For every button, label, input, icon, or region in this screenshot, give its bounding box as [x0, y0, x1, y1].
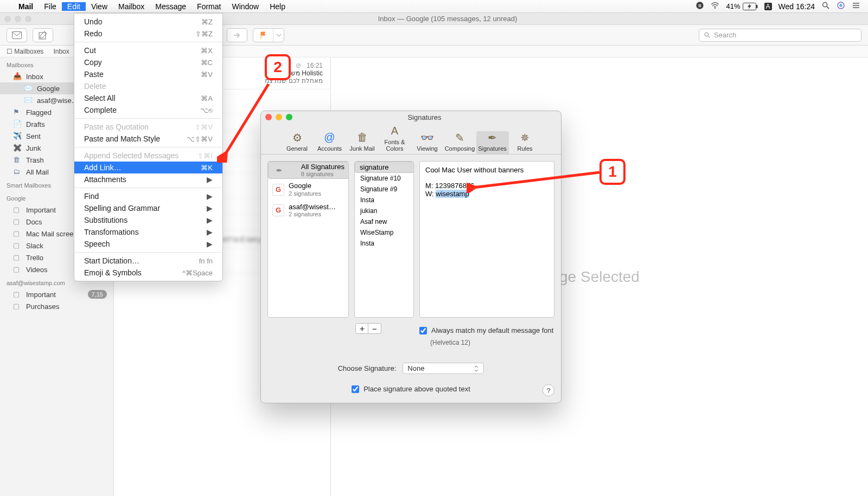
pref-tab-signatures[interactable]: ✒︎Signatures	[476, 131, 509, 154]
menu-item-label: Delete	[84, 82, 106, 91]
menu-mailbox[interactable]: Mailbox	[113, 2, 150, 11]
flag-dropdown[interactable]	[273, 29, 284, 42]
choose-signature-select[interactable]: None	[403, 363, 484, 374]
svg-rect-4	[756, 5, 758, 8]
menu-message[interactable]: Message	[150, 2, 192, 11]
sig-list-item[interactable]: signature	[355, 162, 414, 173]
menu-item-find[interactable]: Find▶	[74, 190, 222, 202]
sig-editor[interactable]: Cool Mac User without banners M: 1239876…	[419, 161, 554, 318]
sidebar-item-purchases[interactable]: ▢Purchases	[0, 300, 113, 312]
compose-button[interactable]	[7, 29, 27, 42]
help-button[interactable]: ?	[542, 384, 554, 396]
sig-account-item[interactable]: ✒︎All Signatures8 signatures	[268, 162, 349, 179]
sidebar-item-important[interactable]: ▢Important7,15	[0, 288, 113, 300]
sig-place-above-label: Place signature above quoted text	[363, 385, 470, 393]
menu-item-substitutions[interactable]: Substitutions▶	[74, 214, 222, 226]
sig-editor-line2[interactable]: M: 1239876876	[425, 182, 548, 190]
pref-tab-accounts[interactable]: @Accounts	[314, 131, 346, 154]
sig-zoom-button[interactable]	[286, 114, 292, 120]
menu-item-append-selected-messages: Append Selected Messages⇧⌘I	[74, 150, 222, 162]
minimize-button[interactable]	[15, 16, 21, 22]
notification-center-icon[interactable]	[852, 1, 860, 11]
menu-item-emoji-symbols[interactable]: Emoji & Symbols^⌘Space	[74, 267, 222, 279]
sig-editor-link-text[interactable]: wisestamp	[436, 190, 469, 198]
account-count: 2 signatures	[289, 211, 336, 217]
sig-minimize-button[interactable]	[276, 114, 282, 120]
menu-item-add-link-[interactable]: Add Link…⌘K	[74, 162, 222, 173]
sig-window-title: Signatures	[407, 113, 441, 121]
annotation-callout-2: 2	[265, 54, 291, 80]
sig-accounts-list[interactable]: ✒︎All Signatures8 signaturesGGoogle2 sig…	[267, 161, 349, 318]
close-button[interactable]	[4, 16, 11, 22]
sig-account-item[interactable]: GGoogle2 signatures	[268, 179, 348, 199]
sig-match-font-checkbox[interactable]	[419, 327, 427, 334]
pref-tab-composing[interactable]: ✎Composing	[444, 131, 476, 154]
menu-item-label: Spelling and Grammar	[84, 204, 160, 212]
wifi-icon[interactable]	[711, 1, 719, 11]
zoom-button[interactable]	[25, 16, 31, 22]
menu-file[interactable]: File	[39, 2, 62, 11]
menu-item-cut[interactable]: Cut⌘X	[74, 44, 222, 56]
menu-help[interactable]: Help	[264, 2, 291, 11]
menu-item-spelling-and-grammar[interactable]: Spelling and Grammar▶	[74, 202, 222, 214]
menu-view[interactable]: View	[86, 2, 113, 11]
app-name[interactable]: Mail	[13, 2, 39, 11]
sig-list-item[interactable]: Insta	[355, 195, 413, 205]
skype-icon[interactable]: S	[695, 1, 704, 11]
menu-item-paste-and-match-style[interactable]: Paste and Match Style⌥⇧⌘V	[74, 133, 222, 145]
pref-tab-general[interactable]: ⚙︎General	[281, 131, 314, 154]
menu-item-copy[interactable]: Copy⌘C	[74, 56, 222, 68]
sig-list-item[interactable]: jukian	[355, 205, 413, 216]
sig-editor-line3[interactable]: W: wisestamp	[425, 190, 548, 198]
fav-inbox[interactable]: Inbox	[53, 48, 69, 55]
menu-item-speech[interactable]: Speech▶	[74, 238, 222, 250]
menu-window[interactable]: Window	[226, 2, 264, 11]
menu-format[interactable]: Format	[192, 2, 226, 11]
sig-list-item[interactable]: Insta	[355, 238, 413, 249]
pref-tab-viewing[interactable]: 👓Viewing	[411, 131, 444, 154]
battery-status[interactable]: 41%	[726, 2, 757, 10]
pref-tab-rules[interactable]: ✵Rules	[509, 131, 541, 154]
fav-mailboxes[interactable]: ☐ Mailboxes	[7, 48, 43, 55]
menu-item-redo[interactable]: Redo⇧⌘Z	[74, 28, 222, 40]
new-message-button[interactable]	[33, 29, 53, 42]
menu-item-transformations[interactable]: Transformations▶	[74, 226, 222, 238]
submenu-chevron-icon: ▶	[207, 228, 213, 236]
account-name: asaf@wisest…	[289, 203, 336, 211]
spotlight-icon[interactable]	[821, 1, 830, 11]
tab-label: Viewing	[417, 145, 437, 152]
sidebar-item-label: asaf@wise…	[37, 96, 79, 105]
sig-account-item[interactable]: Gasaf@wisest…2 signatures	[268, 200, 348, 221]
menu-item-label: Start Dictation…	[84, 256, 139, 265]
input-source-badge[interactable]: A	[764, 3, 772, 10]
sig-place-above-checkbox[interactable]	[352, 385, 359, 393]
menu-edit[interactable]: Edit	[62, 2, 86, 11]
pref-tab-junk-mail[interactable]: 🗑Junk Mail	[346, 131, 379, 154]
menu-item-complete[interactable]: Complete⌥⎋	[74, 104, 222, 116]
account-name: All Signatures	[301, 163, 344, 171]
sig-signatures-list[interactable]: signatureSignature #10Signature #9Instaj…	[354, 161, 414, 318]
google-icon: G	[272, 184, 284, 196]
menu-item-select-all[interactable]: Select All⌘A	[74, 92, 222, 104]
sig-editor-line1[interactable]: Cool Mac User without banners	[425, 166, 548, 174]
doc-icon: 📄	[13, 120, 22, 128]
sidebar-item-label: Important	[26, 291, 56, 299]
sig-close-button[interactable]	[265, 114, 272, 120]
sig-list-item[interactable]: WiseStamp	[355, 227, 413, 238]
sig-list-item[interactable]: Asaf new	[355, 216, 413, 227]
menu-item-start-dictation-[interactable]: Start Dictation…fn fn	[74, 255, 222, 267]
forward-button[interactable]	[227, 29, 247, 42]
menu-item-undo[interactable]: Undo⌘Z	[74, 16, 222, 28]
clock[interactable]: Wed 16:24	[778, 2, 815, 11]
search-input[interactable]: Search	[699, 29, 861, 42]
flag-button[interactable]	[253, 29, 273, 42]
stack-icon: 🗂	[13, 168, 22, 176]
menu-item-label: Copy	[84, 58, 102, 67]
menu-item-paste[interactable]: Paste⌘V	[74, 68, 222, 80]
sig-list-item[interactable]: Signature #9	[355, 184, 413, 195]
siri-icon[interactable]	[837, 1, 845, 11]
sig-list-item[interactable]: Signature #10	[355, 173, 413, 184]
menu-item-attachments[interactable]: Attachments▶	[74, 173, 222, 185]
tab-label: Signatures	[478, 145, 507, 152]
pref-tab-fonts-colors[interactable]: AFonts & Colors	[379, 125, 411, 154]
